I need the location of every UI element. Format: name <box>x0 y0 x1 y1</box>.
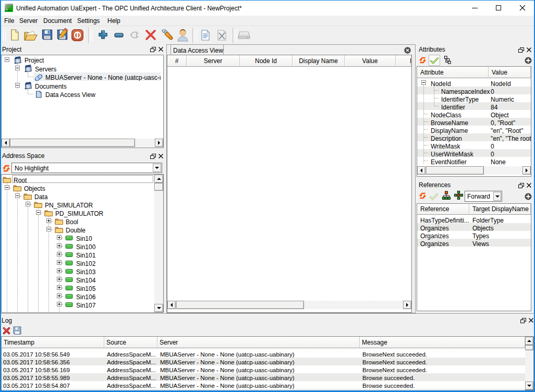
svg-text:UA: UA <box>6 4 11 8</box>
svg-text:expert: expert <box>6 9 13 11</box>
